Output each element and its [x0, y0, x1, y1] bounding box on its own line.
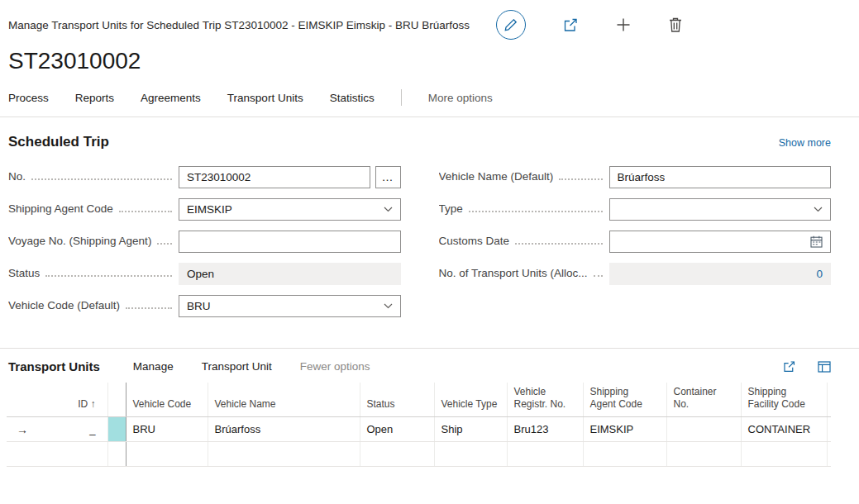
chevron-down-icon[interactable]: [384, 207, 393, 212]
dotted-leader: [45, 275, 172, 277]
transport-units-table: ID ↑ Vehicle Code Vehicle Name Status Ve…: [7, 383, 831, 467]
dotted-leader: [515, 243, 602, 245]
dotted-leader: [157, 243, 172, 245]
dotted-leader: [594, 275, 603, 277]
col-header-vehicle-name[interactable]: Vehicle Name: [208, 383, 360, 417]
table-row[interactable]: → _ BRU Brúarfoss Open Ship Bru123 EIMSK…: [7, 417, 831, 442]
voyage-no-label: Voyage No. (Shipping Agent): [8, 235, 179, 248]
voyage-no-field[interactable]: [179, 231, 401, 253]
shipping-agent-code-label: Shipping Agent Code: [8, 202, 179, 216]
section-title-scheduled-trip: Scheduled Trip: [8, 134, 109, 150]
selection-column-header: [107, 383, 126, 417]
delete-button[interactable]: [668, 17, 683, 33]
col-header-container-no[interactable]: Container No.: [666, 383, 741, 417]
table-row-empty[interactable]: [7, 442, 831, 467]
cell-id[interactable]: [38, 442, 107, 467]
cell-status[interactable]: [360, 442, 434, 467]
cell-vehicle-registr-no[interactable]: Bru123: [507, 417, 583, 442]
cell-id[interactable]: _: [38, 417, 107, 442]
transport-units-section-head: Transport Units Manage Transport Unit Fe…: [0, 348, 859, 383]
cell-selection[interactable]: [107, 417, 126, 442]
dotted-leader: [559, 178, 602, 180]
page: Manage Transport Units for Scheduled Tri…: [0, 0, 859, 467]
tu-part-actions: [782, 359, 831, 373]
cell-vehicle-type[interactable]: [434, 442, 507, 467]
menu-process[interactable]: Process: [8, 92, 49, 104]
pencil-icon: [504, 18, 518, 31]
field-row-transport-units-allocated: No. of Transport Units (Alloc... 0: [439, 262, 832, 285]
scheduled-trip-section-head: Scheduled Trip Show more: [0, 117, 859, 164]
fewer-options-link[interactable]: Fewer options: [300, 360, 370, 373]
cell-shipping-agent-code[interactable]: [583, 442, 666, 467]
col-header-shipping-facility-code[interactable]: Shipping Facility Code: [741, 383, 827, 417]
cell-status[interactable]: Open: [360, 417, 434, 442]
cell-selection[interactable]: [107, 442, 126, 467]
customs-date-field[interactable]: [609, 231, 832, 253]
menu-transport-units[interactable]: Transport Units: [227, 92, 303, 104]
cell-vehicle-registr-no[interactable]: [507, 442, 583, 467]
cell-shipping-agent-code[interactable]: EIMSKIP: [583, 417, 666, 442]
chevron-down-icon[interactable]: [814, 207, 823, 212]
show-more-link[interactable]: Show more: [779, 137, 831, 149]
filler-cell: [827, 417, 831, 442]
type-field[interactable]: [609, 198, 832, 221]
field-row-customs-date: Customs Date: [439, 230, 832, 253]
tu-menu-transport-unit[interactable]: Transport Unit: [202, 360, 272, 373]
no-assist-edit-button[interactable]: …: [375, 166, 401, 188]
menu-agreements[interactable]: Agreements: [141, 92, 201, 104]
customs-date-label: Customs Date: [439, 235, 609, 248]
status-field: Open: [179, 263, 401, 285]
trash-icon: [668, 17, 683, 33]
vehicle-name-default-field[interactable]: Brúarfoss: [609, 166, 832, 188]
col-header-shipping-agent-code[interactable]: Shipping Agent Code: [583, 383, 666, 417]
cell-vehicle-code[interactable]: BRU: [126, 417, 208, 442]
vehicle-code-default-label: Vehicle Code (Default): [8, 299, 179, 312]
vehicle-code-default-field[interactable]: BRU: [179, 295, 401, 317]
edit-button[interactable]: [496, 10, 526, 40]
cell-vehicle-type[interactable]: Ship: [434, 417, 507, 442]
status-label: Status: [8, 267, 179, 280]
chevron-down-icon[interactable]: [384, 303, 393, 309]
menu-reports[interactable]: Reports: [75, 92, 114, 104]
tu-menu-manage[interactable]: Manage: [133, 360, 174, 373]
vehicle-name-default-label: Vehicle Name (Default): [439, 170, 609, 183]
col-header-status[interactable]: Status: [360, 383, 434, 417]
more-options-link[interactable]: More options: [428, 92, 493, 104]
cell-vehicle-name[interactable]: [208, 442, 360, 467]
cell-shipping-facility-code[interactable]: CONTAINER: [741, 417, 827, 442]
calendar-icon[interactable]: [810, 235, 823, 248]
form-column-left: No. ST23010002 … Shipping Agent Code EIM…: [8, 165, 401, 326]
dotted-leader: [126, 307, 172, 309]
drilldown-value[interactable]: 0: [816, 268, 823, 280]
cell-container-no[interactable]: [666, 417, 741, 442]
col-header-vehicle-type[interactable]: Vehicle Type: [434, 383, 507, 417]
col-header-vehicle-registr-no[interactable]: Vehicle Registr. No.: [507, 383, 583, 417]
action-bar: Process Reports Agreements Transport Uni…: [0, 89, 859, 117]
top-bar: Manage Transport Units for Scheduled Tri…: [0, 0, 859, 40]
no-label: No.: [8, 170, 179, 183]
shipping-agent-code-field[interactable]: EIMSKIP: [179, 198, 401, 221]
cell-container-no[interactable]: [666, 442, 741, 467]
current-row-indicator-cell: →: [7, 417, 38, 442]
cell-vehicle-name[interactable]: Brúarfoss: [208, 417, 360, 442]
section-title-transport-units: Transport Units: [8, 359, 100, 373]
page-actions: [496, 10, 683, 40]
share-button[interactable]: [562, 17, 579, 33]
plus-icon: [615, 17, 632, 33]
window-title: Manage Transport Units for Scheduled Tri…: [8, 19, 470, 31]
share-button[interactable]: [782, 359, 796, 373]
cell-vehicle-code[interactable]: [126, 442, 208, 467]
dotted-leader: [31, 178, 172, 180]
scheduled-trip-form: No. ST23010002 … Shipping Agent Code EIM…: [0, 164, 859, 326]
open-in-excel-button[interactable]: [818, 361, 831, 373]
field-row-vehicle-name-default: Vehicle Name (Default) Brúarfoss: [439, 165, 832, 188]
menu-statistics[interactable]: Statistics: [330, 92, 375, 104]
share-icon: [562, 17, 579, 33]
col-header-id[interactable]: ID ↑: [38, 383, 107, 417]
new-button[interactable]: [615, 17, 632, 33]
col-header-vehicle-code[interactable]: Vehicle Code: [126, 383, 208, 417]
field-row-voyage-no: Voyage No. (Shipping Agent): [8, 230, 401, 253]
no-field[interactable]: ST23010002: [179, 166, 370, 188]
cell-shipping-facility-code[interactable]: [741, 442, 827, 467]
field-row-status: Status Open: [8, 262, 401, 285]
